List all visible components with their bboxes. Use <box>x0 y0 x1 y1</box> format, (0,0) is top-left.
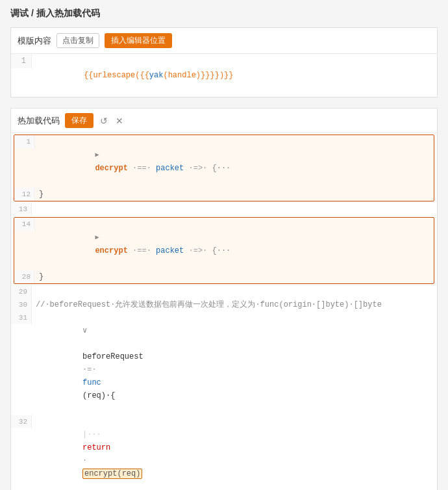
editor-line-32: 32 |··· return · encrypt(req) <box>11 415 437 490</box>
hotcode-section: 热加载代码 保存 ↺ ✕ 1 ▶ decrypt ·==· packet ·=>… <box>10 108 438 490</box>
editor-line-14: 14 ▶ encrypt ·==· packet ·=>· {··· <box>14 218 434 270</box>
encrypt-block: 14 ▶ encrypt ·==· packet ·=>· {··· 28 } <box>14 217 434 284</box>
editor-line-13: 13 <box>11 203 437 216</box>
template-code-area: 1 {{urlescape({{yak(handle)}}}})}} <box>11 54 437 97</box>
template-code-line: 1 {{urlescape({{yak(handle)}}}})}} <box>11 54 437 97</box>
editor-line-1: 1 ▶ decrypt ·==· packet ·=>· {··· <box>14 135 434 188</box>
template-section: 模版内容 点击复制 插入编辑器位置 1 {{urlescape({{yak(ha… <box>10 27 438 97</box>
insert-button[interactable]: 插入编辑器位置 <box>105 33 172 48</box>
copy-button[interactable]: 点击复制 <box>56 33 99 48</box>
template-header: 模版内容 点击复制 插入编辑器位置 <box>11 28 437 54</box>
page-title: 调试 / 插入热加载代码 <box>10 8 438 19</box>
editor-line-12: 12 } <box>14 188 434 201</box>
hotcode-label: 热加载代码 <box>18 115 60 127</box>
save-button[interactable]: 保存 <box>65 113 93 128</box>
refresh-button[interactable]: ↺ <box>99 114 109 127</box>
page-container: 调试 / 插入热加载代码 模版内容 点击复制 插入编辑器位置 1 {{urles… <box>0 0 448 490</box>
hotcode-header: 热加载代码 保存 ↺ ✕ <box>11 109 437 133</box>
editor-line-29: 29 <box>11 285 437 298</box>
editor-line-31: 31 ∨ beforeRequest ·=· func (req)·{ <box>11 311 437 415</box>
template-code-content: {{urlescape({{yak(handle)}}}})}} <box>32 54 233 97</box>
editor-line-28: 28 } <box>14 270 434 283</box>
template-label: 模版内容 <box>18 35 51 47</box>
close-button[interactable]: ✕ <box>114 114 125 127</box>
editor-line-30: 30 //·beforeRequest·允许发送数据包前再做一次处理，定义为·f… <box>11 298 437 311</box>
line-number-1: 1 <box>11 54 32 68</box>
hotcode-editor: 1 ▶ decrypt ·==· packet ·=>· {··· 12 } 1… <box>11 135 437 490</box>
code-orange-1: {{urlescape( <box>84 71 140 80</box>
decrypt-block: 1 ▶ decrypt ·==· packet ·=>· {··· 12 } <box>14 135 434 201</box>
